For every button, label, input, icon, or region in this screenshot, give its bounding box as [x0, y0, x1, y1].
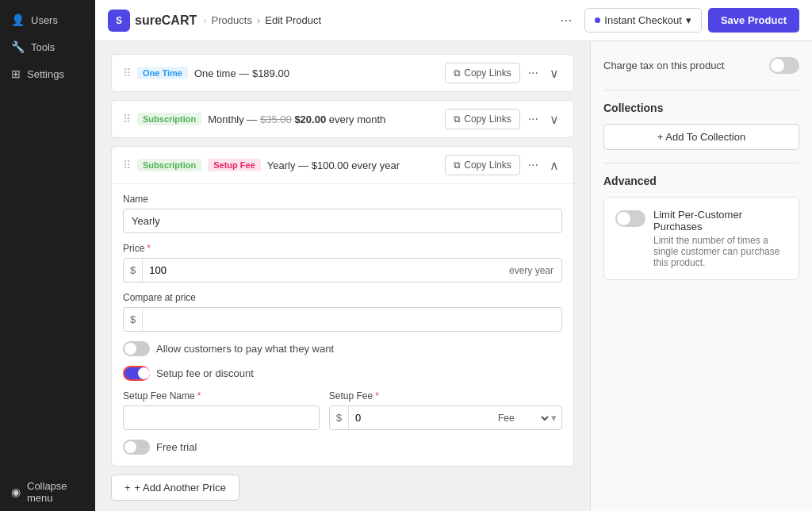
price-card-onetime: ⠿ One Time One time — $189.00 ⧉ Copy Lin… [111, 54, 574, 92]
drag-handle-yearly[interactable]: ⠿ [123, 159, 131, 171]
limit-purchases-row: Limit Per-Customer Purchases Limit the n… [615, 209, 787, 268]
name-row: Name [123, 194, 562, 233]
main-panel: ⠿ One Time One time — $189.00 ⧉ Copy Lin… [95, 41, 590, 511]
setup-fee-toggle[interactable] [123, 366, 150, 381]
price-input-group: $ every year [123, 258, 562, 282]
price-label-form: Price * [123, 243, 562, 254]
drag-handle-onetime[interactable]: ⠿ [123, 67, 131, 79]
logo-icon: S [108, 10, 130, 32]
setup-fee-row: Setup Fee Name * Setup Fee * $ [123, 390, 562, 430]
chevron-down-icon: ▾ [686, 14, 691, 26]
setup-fee-amount-required: * [375, 390, 379, 402]
yearly-price-form: Name Price * $ every year [112, 183, 573, 466]
plus-icon: + [124, 482, 131, 494]
advanced-card: Limit Per-Customer Purchases Limit the n… [603, 197, 799, 280]
setup-fee-amount-col: Setup Fee * $ Fee Discount ▾ [329, 390, 562, 430]
compare-prefix: $ [124, 308, 143, 331]
sidebar-item-collapse[interactable]: ◉ Collapse menu [0, 473, 95, 511]
setup-fee-input[interactable] [349, 406, 495, 429]
limit-purchases-text: Limit Per-Customer Purchases Limit the n… [653, 209, 787, 268]
sidebar-item-tools[interactable]: 🔧 Tools [0, 33, 95, 60]
setup-fee-input-group: $ Fee Discount ▾ [329, 405, 562, 430]
price-label-onetime: One time — $189.00 [194, 67, 439, 79]
sidebar: 👤 Users 🔧 Tools ⊞ Settings ◉ Collapse me… [0, 0, 95, 511]
add-another-price-button[interactable]: + + Add Another Price [111, 474, 239, 501]
limit-purchases-toggle[interactable] [615, 210, 645, 227]
collapse-yearly[interactable]: ∧ [546, 156, 562, 175]
fee-select-chevron: ▾ [551, 412, 561, 424]
instant-checkout-button[interactable]: Instant Checkout ▾ [584, 8, 702, 33]
badge-yearly-setupfee: Setup Fee [208, 159, 261, 171]
price-card-yearly: ⠿ Subscription Setup Fee Yearly — $100.0… [111, 146, 574, 467]
price-suffix: every year [501, 259, 561, 282]
content-area: ⠿ One Time One time — $189.00 ⧉ Copy Lin… [95, 41, 812, 511]
price-label-subscription: Monthly — $35.00 $20.00 every month [208, 113, 439, 125]
price-required: * [147, 243, 151, 254]
more-options-onetime[interactable]: ··· [525, 64, 542, 82]
price-card-yearly-header: ⠿ Subscription Setup Fee Yearly — $100.0… [112, 147, 573, 183]
more-options-yearly[interactable]: ··· [525, 156, 542, 174]
price-row: Price * $ every year [123, 243, 562, 282]
allow-pay-toggle[interactable] [123, 341, 150, 356]
collections-title: Collections [603, 102, 799, 114]
more-options-subscription[interactable]: ··· [525, 110, 542, 128]
setup-fee-name-required: * [197, 390, 201, 402]
sidebar-item-users[interactable]: 👤 Users [0, 6, 95, 33]
logo: S sureCART [108, 10, 197, 32]
expand-onetime[interactable]: ∨ [546, 64, 562, 83]
compare-input[interactable] [143, 308, 561, 331]
card-actions-yearly: ⧉ Copy Links ··· ∧ [445, 155, 562, 175]
free-trial-toggle-row: Free trial [123, 440, 562, 455]
breadcrumb-products[interactable]: Products [212, 14, 252, 26]
setup-fee-name-label: Setup Fee Name * [123, 390, 320, 402]
limit-purchases-label: Limit Per-Customer Purchases [653, 209, 787, 232]
collapse-icon: ◉ [11, 486, 21, 498]
add-to-collection-button[interactable]: + Add To Collection [603, 124, 799, 150]
compare-label: Compare at price [123, 292, 562, 303]
card-actions-subscription: ⧉ Copy Links ··· ∨ [445, 109, 562, 129]
chevron-right-icon: › [203, 14, 206, 26]
breadcrumb: › Products › Edit Product [203, 14, 321, 26]
price-prefix: $ [124, 259, 143, 282]
tax-label: Charge tax on this product [603, 60, 724, 71]
expand-subscription[interactable]: ∨ [546, 110, 562, 129]
main-area: S sureCART › Products › Edit Product ···… [95, 0, 812, 511]
price-card-onetime-header: ⠿ One Time One time — $189.00 ⧉ Copy Lin… [112, 55, 573, 91]
limit-purchases-desc: Limit the number of times a single custo… [653, 235, 787, 268]
breadcrumb-edit-product: Edit Product [265, 14, 321, 26]
collections-section: Collections + Add To Collection [603, 102, 799, 150]
header: S sureCART › Products › Edit Product ···… [95, 0, 812, 41]
free-trial-toggle[interactable] [123, 440, 150, 455]
instant-checkout-dot [595, 17, 600, 23]
drag-handle-subscription[interactable]: ⠿ [123, 113, 131, 125]
card-actions-onetime: ⧉ Copy Links ··· ∨ [445, 63, 562, 83]
setup-fee-toggle-row: Setup fee or discount [123, 366, 562, 381]
price-card-subscription: ⠿ Subscription Monthly — $35.00 $20.00 e… [111, 100, 574, 138]
setup-fee-name-col: Setup Fee Name * [123, 390, 320, 430]
users-icon: 👤 [11, 13, 25, 26]
breadcrumb-sep2: › [257, 14, 260, 26]
price-input[interactable] [143, 259, 501, 282]
badge-subscription: Subscription [137, 113, 201, 125]
name-input[interactable] [123, 209, 562, 233]
name-label: Name [123, 194, 562, 205]
sidebar-item-settings[interactable]: ⊞ Settings [0, 60, 95, 87]
price-label-yearly: Yearly — $100.00 every year [267, 159, 439, 171]
copy-links-subscription[interactable]: ⧉ Copy Links [445, 109, 519, 129]
badge-onetime: One Time [137, 67, 188, 79]
setup-fee-type-select[interactable]: Fee Discount [495, 412, 551, 425]
setup-fee-name-input[interactable] [123, 405, 320, 430]
copy-icon-sub: ⧉ [454, 113, 461, 125]
badge-yearly-subscription: Subscription [137, 159, 201, 171]
save-product-button[interactable]: Save Product [708, 8, 799, 33]
tax-toggle[interactable] [769, 57, 799, 74]
compare-row: Compare at price $ [123, 292, 562, 332]
copy-links-onetime[interactable]: ⧉ Copy Links [445, 63, 519, 83]
header-more-button[interactable]: ··· [553, 9, 578, 32]
tax-row: Charge tax on this product [603, 54, 799, 77]
copy-icon-yearly: ⧉ [454, 159, 461, 171]
copy-icon: ⧉ [454, 67, 461, 79]
allow-pay-toggle-row: Allow customers to pay what they want [123, 341, 562, 356]
copy-links-yearly[interactable]: ⧉ Copy Links [445, 155, 519, 175]
advanced-section: Advanced Limit Per-Customer Purchases Li… [603, 175, 799, 280]
